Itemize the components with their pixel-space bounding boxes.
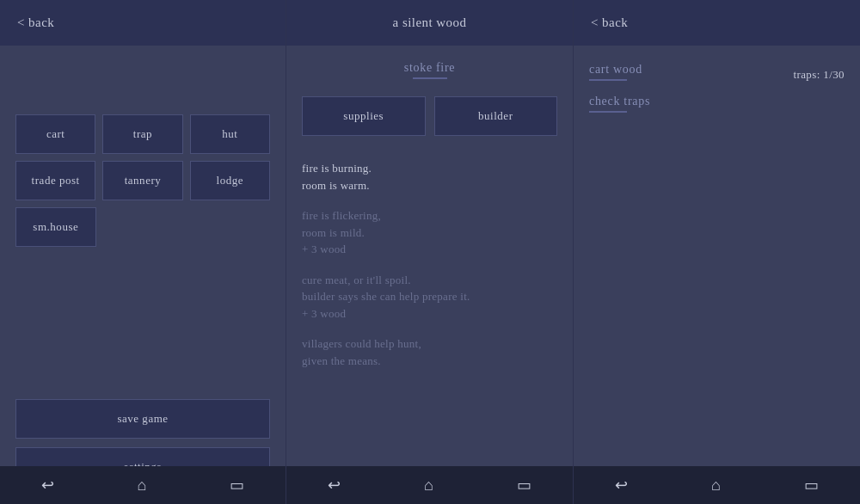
building-grid: cart trap hut trade post tannery lodge xyxy=(0,97,286,200)
log-line: + 3 wood xyxy=(302,241,557,258)
sm-house-row: sm.house xyxy=(0,207,286,247)
save-game-button[interactable]: save game xyxy=(15,399,270,439)
center-panel: a silent wood stoke fire supplies builde… xyxy=(286,0,574,504)
center-nav-home-icon[interactable]: ⌂ xyxy=(424,476,433,495)
log-area: fire is burning. room is warm. fire is f… xyxy=(286,146,573,504)
log-line: fire is burning. xyxy=(302,160,557,177)
right-back-button[interactable]: < back xyxy=(574,0,860,46)
right-nav-recent-icon[interactable]: ▭ xyxy=(804,476,819,495)
check-traps-item: check traps xyxy=(589,95,650,113)
cart-btn[interactable]: cart xyxy=(15,114,95,154)
center-nav-back-icon[interactable]: ↩ xyxy=(328,476,341,495)
check-traps-underline xyxy=(589,111,627,113)
lodge-btn[interactable]: lodge xyxy=(190,161,270,200)
right-nav-back-icon[interactable]: ↩ xyxy=(615,476,628,495)
trade-post-btn[interactable]: trade post xyxy=(15,161,95,200)
right-nav-home-icon[interactable]: ⌂ xyxy=(711,476,721,495)
supplies-button[interactable]: supplies xyxy=(302,96,426,136)
trap-btn[interactable]: trap xyxy=(102,114,182,154)
builder-button[interactable]: builder xyxy=(434,96,558,136)
log-line: + 3 wood xyxy=(302,305,557,323)
log-line: given the means. xyxy=(302,353,557,370)
log-entry-1: fire is flickering, room is mild. + 3 wo… xyxy=(302,207,557,258)
log-line: fire is flickering, xyxy=(302,207,557,224)
stoke-fire-button[interactable]: stoke fire xyxy=(404,61,455,75)
log-line: room is mild. xyxy=(302,224,557,242)
sm-house-btn[interactable]: sm.house xyxy=(15,207,96,247)
left-panel: < back cart trap hut trade post tannery … xyxy=(0,0,286,504)
log-line: builder says she can help prepare it. xyxy=(302,288,557,305)
check-traps-button[interactable]: check traps xyxy=(589,95,650,108)
stoke-fire-underline xyxy=(413,77,447,79)
log-entry-2: cure meat, or it'll spoil. builder says … xyxy=(302,272,557,323)
center-action-row: supplies builder xyxy=(286,86,573,146)
traps-count-label: traps: 1/30 xyxy=(793,63,845,82)
center-nav-bar: ↩ ⌂ ▭ xyxy=(286,466,573,504)
left-nav-home-icon[interactable]: ⌂ xyxy=(138,476,147,495)
center-title: a silent wood xyxy=(286,0,573,46)
left-nav-recent-icon[interactable]: ▭ xyxy=(230,476,244,495)
left-nav-bar: ↩ ⌂ ▭ xyxy=(0,466,286,504)
tannery-btn[interactable]: tannery xyxy=(102,161,182,200)
right-panel: < back cart wood check traps traps: 1/30… xyxy=(574,0,860,504)
right-links: cart wood check traps xyxy=(589,63,650,113)
center-nav-recent-icon[interactable]: ▭ xyxy=(517,476,531,495)
log-entry-0: fire is burning. room is warm. xyxy=(302,160,557,194)
cart-wood-item: cart wood xyxy=(589,63,650,81)
log-entry-3: villagers could help hunt, given the mea… xyxy=(302,335,557,369)
hut-btn[interactable]: hut xyxy=(190,114,270,154)
left-back-button[interactable]: < back xyxy=(0,0,286,46)
log-line: cure meat, or it'll spoil. xyxy=(302,272,557,289)
right-nav-bar: ↩ ⌂ ▭ xyxy=(574,466,860,504)
log-line: villagers could help hunt, xyxy=(302,335,557,353)
cart-wood-button[interactable]: cart wood xyxy=(589,63,642,77)
log-line: room is warm. xyxy=(302,177,557,194)
left-nav-back-icon[interactable]: ↩ xyxy=(41,476,54,495)
cart-wood-underline xyxy=(589,79,627,81)
stoke-fire-area: stoke fire xyxy=(286,46,573,86)
